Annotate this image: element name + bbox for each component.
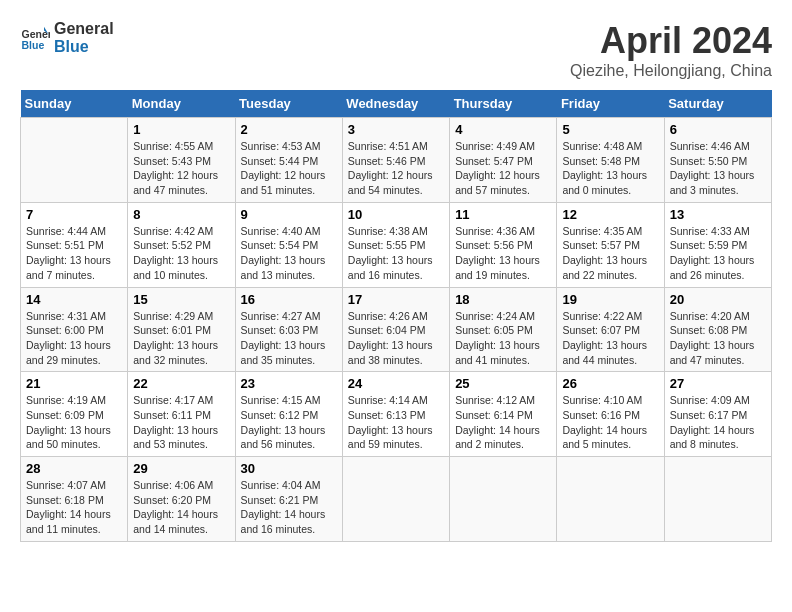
- day-info: Sunrise: 4:04 AM Sunset: 6:21 PM Dayligh…: [241, 478, 337, 537]
- calendar-week-row: 1Sunrise: 4:55 AM Sunset: 5:43 PM Daylig…: [21, 118, 772, 203]
- location-subtitle: Qiezihe, Heilongjiang, China: [570, 62, 772, 80]
- day-number: 12: [562, 207, 658, 222]
- calendar-cell: 19Sunrise: 4:22 AM Sunset: 6:07 PM Dayli…: [557, 287, 664, 372]
- calendar-table: SundayMondayTuesdayWednesdayThursdayFrid…: [20, 90, 772, 542]
- day-number: 23: [241, 376, 337, 391]
- calendar-cell: 28Sunrise: 4:07 AM Sunset: 6:18 PM Dayli…: [21, 457, 128, 542]
- day-info: Sunrise: 4:35 AM Sunset: 5:57 PM Dayligh…: [562, 224, 658, 283]
- header-tuesday: Tuesday: [235, 90, 342, 118]
- day-info: Sunrise: 4:17 AM Sunset: 6:11 PM Dayligh…: [133, 393, 229, 452]
- day-number: 26: [562, 376, 658, 391]
- day-info: Sunrise: 4:26 AM Sunset: 6:04 PM Dayligh…: [348, 309, 444, 368]
- day-number: 4: [455, 122, 551, 137]
- day-number: 24: [348, 376, 444, 391]
- day-info: Sunrise: 4:24 AM Sunset: 6:05 PM Dayligh…: [455, 309, 551, 368]
- day-info: Sunrise: 4:20 AM Sunset: 6:08 PM Dayligh…: [670, 309, 766, 368]
- day-info: Sunrise: 4:22 AM Sunset: 6:07 PM Dayligh…: [562, 309, 658, 368]
- calendar-cell: 27Sunrise: 4:09 AM Sunset: 6:17 PM Dayli…: [664, 372, 771, 457]
- day-number: 14: [26, 292, 122, 307]
- day-number: 22: [133, 376, 229, 391]
- calendar-cell: 16Sunrise: 4:27 AM Sunset: 6:03 PM Dayli…: [235, 287, 342, 372]
- day-info: Sunrise: 4:36 AM Sunset: 5:56 PM Dayligh…: [455, 224, 551, 283]
- calendar-week-row: 28Sunrise: 4:07 AM Sunset: 6:18 PM Dayli…: [21, 457, 772, 542]
- day-number: 20: [670, 292, 766, 307]
- calendar-cell: 15Sunrise: 4:29 AM Sunset: 6:01 PM Dayli…: [128, 287, 235, 372]
- calendar-cell: 2Sunrise: 4:53 AM Sunset: 5:44 PM Daylig…: [235, 118, 342, 203]
- header-thursday: Thursday: [450, 90, 557, 118]
- day-info: Sunrise: 4:07 AM Sunset: 6:18 PM Dayligh…: [26, 478, 122, 537]
- day-info: Sunrise: 4:51 AM Sunset: 5:46 PM Dayligh…: [348, 139, 444, 198]
- day-number: 30: [241, 461, 337, 476]
- day-info: Sunrise: 4:29 AM Sunset: 6:01 PM Dayligh…: [133, 309, 229, 368]
- day-info: Sunrise: 4:19 AM Sunset: 6:09 PM Dayligh…: [26, 393, 122, 452]
- day-info: Sunrise: 4:49 AM Sunset: 5:47 PM Dayligh…: [455, 139, 551, 198]
- calendar-cell: 29Sunrise: 4:06 AM Sunset: 6:20 PM Dayli…: [128, 457, 235, 542]
- calendar-cell: [450, 457, 557, 542]
- calendar-cell: 30Sunrise: 4:04 AM Sunset: 6:21 PM Dayli…: [235, 457, 342, 542]
- day-number: 18: [455, 292, 551, 307]
- calendar-cell: 13Sunrise: 4:33 AM Sunset: 5:59 PM Dayli…: [664, 202, 771, 287]
- day-number: 8: [133, 207, 229, 222]
- logo-icon: General Blue: [20, 23, 50, 53]
- day-info: Sunrise: 4:10 AM Sunset: 6:16 PM Dayligh…: [562, 393, 658, 452]
- calendar-cell: 22Sunrise: 4:17 AM Sunset: 6:11 PM Dayli…: [128, 372, 235, 457]
- day-info: Sunrise: 4:40 AM Sunset: 5:54 PM Dayligh…: [241, 224, 337, 283]
- day-number: 16: [241, 292, 337, 307]
- calendar-cell: 7Sunrise: 4:44 AM Sunset: 5:51 PM Daylig…: [21, 202, 128, 287]
- calendar-cell: 11Sunrise: 4:36 AM Sunset: 5:56 PM Dayli…: [450, 202, 557, 287]
- page-header: General Blue General Blue April 2024 Qie…: [20, 20, 772, 80]
- calendar-week-row: 7Sunrise: 4:44 AM Sunset: 5:51 PM Daylig…: [21, 202, 772, 287]
- header-wednesday: Wednesday: [342, 90, 449, 118]
- logo: General Blue General Blue: [20, 20, 114, 56]
- title-block: April 2024 Qiezihe, Heilongjiang, China: [570, 20, 772, 80]
- day-number: 3: [348, 122, 444, 137]
- day-info: Sunrise: 4:06 AM Sunset: 6:20 PM Dayligh…: [133, 478, 229, 537]
- day-info: Sunrise: 4:27 AM Sunset: 6:03 PM Dayligh…: [241, 309, 337, 368]
- day-number: 6: [670, 122, 766, 137]
- day-info: Sunrise: 4:31 AM Sunset: 6:00 PM Dayligh…: [26, 309, 122, 368]
- day-number: 1: [133, 122, 229, 137]
- calendar-cell: [664, 457, 771, 542]
- calendar-cell: 26Sunrise: 4:10 AM Sunset: 6:16 PM Dayli…: [557, 372, 664, 457]
- day-info: Sunrise: 4:12 AM Sunset: 6:14 PM Dayligh…: [455, 393, 551, 452]
- day-number: 7: [26, 207, 122, 222]
- day-info: Sunrise: 4:14 AM Sunset: 6:13 PM Dayligh…: [348, 393, 444, 452]
- calendar-cell: 21Sunrise: 4:19 AM Sunset: 6:09 PM Dayli…: [21, 372, 128, 457]
- month-title: April 2024: [570, 20, 772, 62]
- calendar-cell: 6Sunrise: 4:46 AM Sunset: 5:50 PM Daylig…: [664, 118, 771, 203]
- day-number: 27: [670, 376, 766, 391]
- day-info: Sunrise: 4:42 AM Sunset: 5:52 PM Dayligh…: [133, 224, 229, 283]
- header-monday: Monday: [128, 90, 235, 118]
- day-info: Sunrise: 4:44 AM Sunset: 5:51 PM Dayligh…: [26, 224, 122, 283]
- day-number: 10: [348, 207, 444, 222]
- day-number: 15: [133, 292, 229, 307]
- day-number: 17: [348, 292, 444, 307]
- day-info: Sunrise: 4:33 AM Sunset: 5:59 PM Dayligh…: [670, 224, 766, 283]
- calendar-cell: 23Sunrise: 4:15 AM Sunset: 6:12 PM Dayli…: [235, 372, 342, 457]
- day-info: Sunrise: 4:38 AM Sunset: 5:55 PM Dayligh…: [348, 224, 444, 283]
- day-number: 19: [562, 292, 658, 307]
- day-info: Sunrise: 4:15 AM Sunset: 6:12 PM Dayligh…: [241, 393, 337, 452]
- day-info: Sunrise: 4:48 AM Sunset: 5:48 PM Dayligh…: [562, 139, 658, 198]
- header-saturday: Saturday: [664, 90, 771, 118]
- svg-text:Blue: Blue: [22, 39, 45, 51]
- calendar-cell: 3Sunrise: 4:51 AM Sunset: 5:46 PM Daylig…: [342, 118, 449, 203]
- day-info: Sunrise: 4:55 AM Sunset: 5:43 PM Dayligh…: [133, 139, 229, 198]
- calendar-cell: [557, 457, 664, 542]
- calendar-cell: 10Sunrise: 4:38 AM Sunset: 5:55 PM Dayli…: [342, 202, 449, 287]
- calendar-cell: 17Sunrise: 4:26 AM Sunset: 6:04 PM Dayli…: [342, 287, 449, 372]
- day-number: 28: [26, 461, 122, 476]
- calendar-cell: [21, 118, 128, 203]
- calendar-cell: 18Sunrise: 4:24 AM Sunset: 6:05 PM Dayli…: [450, 287, 557, 372]
- day-number: 9: [241, 207, 337, 222]
- day-number: 5: [562, 122, 658, 137]
- calendar-cell: 5Sunrise: 4:48 AM Sunset: 5:48 PM Daylig…: [557, 118, 664, 203]
- calendar-cell: 8Sunrise: 4:42 AM Sunset: 5:52 PM Daylig…: [128, 202, 235, 287]
- calendar-cell: 4Sunrise: 4:49 AM Sunset: 5:47 PM Daylig…: [450, 118, 557, 203]
- day-number: 11: [455, 207, 551, 222]
- day-number: 25: [455, 376, 551, 391]
- day-info: Sunrise: 4:09 AM Sunset: 6:17 PM Dayligh…: [670, 393, 766, 452]
- calendar-cell: 24Sunrise: 4:14 AM Sunset: 6:13 PM Dayli…: [342, 372, 449, 457]
- calendar-cell: [342, 457, 449, 542]
- day-number: 13: [670, 207, 766, 222]
